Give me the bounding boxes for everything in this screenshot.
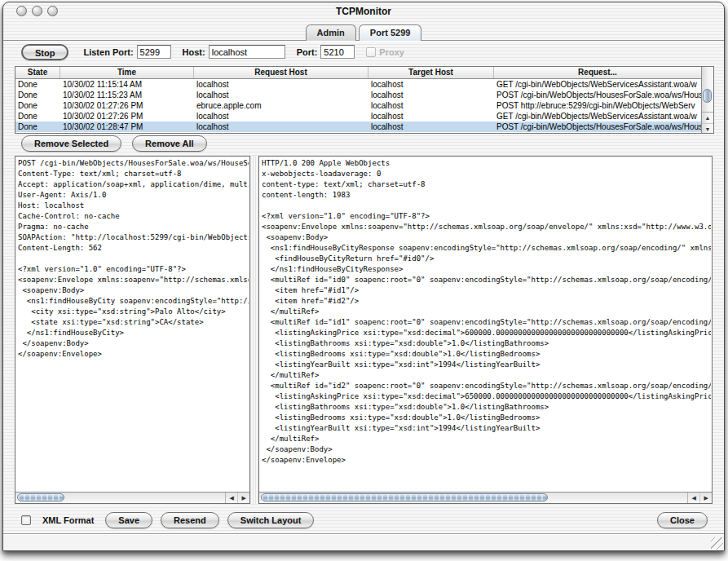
port-field[interactable]: [320, 45, 355, 59]
tab-bar: Admin Port 5299: [3, 20, 724, 41]
titlebar[interactable]: TCPMonitor: [3, 2, 724, 20]
status-strip: [3, 533, 724, 550]
window-minimize-button[interactable]: [32, 6, 42, 16]
column-header-target-host[interactable]: Target Host: [368, 67, 494, 78]
tab-port-5299[interactable]: Port 5299: [359, 24, 422, 41]
table-row[interactable]: Done 10/30/02 01:27:26 PM ebruce.apple.c…: [15, 100, 701, 111]
scrollbar-thumb[interactable]: [261, 493, 548, 501]
table-vertical-scrollbar[interactable]: ▲ ▼: [701, 67, 713, 133]
proxy-label: Proxy: [379, 47, 404, 57]
table-row[interactable]: Done 10/30/02 11:15:23 AM localhost loca…: [15, 90, 701, 100]
host-label: Host:: [183, 47, 205, 57]
listen-port-label: Listen Port:: [83, 47, 133, 57]
request-pane: POST /cgi-bin/WebObjects/HousesForSale.w…: [15, 156, 250, 504]
pane-splitter[interactable]: [250, 156, 258, 504]
window-zoom-button[interactable]: [47, 6, 58, 16]
listen-port-field[interactable]: [137, 45, 171, 59]
scrollbar-thumb[interactable]: [17, 493, 64, 501]
scroll-left-icon[interactable]: ◀: [226, 493, 237, 503]
request-horizontal-scrollbar[interactable]: ◀ ▶: [15, 492, 249, 503]
table-row-selected[interactable]: Done 10/30/02 01:28:47 PM localhost loca…: [15, 121, 701, 132]
close-button[interactable]: Close: [657, 512, 708, 528]
resize-grip-icon[interactable]: [711, 537, 723, 550]
table-header: State Time Request Host Target Host Requ…: [15, 67, 701, 79]
proxy-checkbox[interactable]: [366, 47, 376, 57]
scroll-right-icon[interactable]: ▶: [237, 493, 249, 503]
scroll-down-icon[interactable]: ▼: [702, 123, 713, 134]
response-horizontal-scrollbar[interactable]: ◀ ▶: [259, 492, 712, 503]
stop-button[interactable]: Stop: [21, 44, 68, 60]
host-field[interactable]: [209, 45, 285, 59]
scrollbar-thumb[interactable]: [703, 89, 712, 103]
request-text[interactable]: POST /cgi-bin/WebObjects/HousesForSale.w…: [18, 158, 249, 490]
resend-button[interactable]: Resend: [161, 512, 219, 528]
table-row[interactable]: Done 10/30/02 01:27:26 PM localhost loca…: [15, 111, 701, 121]
remove-selected-button[interactable]: Remove Selected: [21, 135, 121, 152]
scroll-right-icon[interactable]: ▶: [699, 493, 712, 503]
scroll-up-icon[interactable]: ▲: [702, 113, 713, 123]
response-text[interactable]: HTTP/1.0 200 Apple WebObjects x-webobjec…: [262, 158, 711, 490]
message-panes: POST /cgi-bin/WebObjects/HousesForSale.w…: [15, 156, 713, 504]
column-header-request[interactable]: Request...: [494, 67, 701, 78]
switch-layout-button[interactable]: Switch Layout: [227, 512, 315, 528]
tcpmonitor-window: TCPMonitor Admin Port 5299 Stop Listen P…: [2, 2, 725, 551]
connection-controls: Stop Listen Port: Host: Port: Proxy: [21, 42, 711, 62]
column-header-time[interactable]: Time: [60, 67, 194, 78]
xml-format-label: XML Format: [42, 515, 94, 525]
port-label: Port:: [297, 47, 318, 57]
column-header-request-host[interactable]: Request Host: [194, 67, 368, 78]
table-row[interactable]: Done 10/30/02 11:15:14 AM localhost loca…: [15, 79, 701, 90]
tab-admin[interactable]: Admin: [306, 24, 356, 41]
remove-all-button[interactable]: Remove All: [132, 135, 207, 152]
requests-table: State Time Request Host Target Host Requ…: [15, 66, 714, 134]
footer-actions: XML Format Save Resend Switch Layout Clo…: [21, 510, 708, 530]
remove-actions: Remove Selected Remove All: [21, 135, 207, 152]
column-header-state[interactable]: State: [15, 67, 60, 78]
save-button[interactable]: Save: [105, 512, 152, 528]
scroll-left-icon[interactable]: ◀: [688, 493, 699, 503]
window-title: TCPMonitor: [3, 2, 724, 20]
xml-format-checkbox[interactable]: [21, 515, 31, 525]
response-pane: HTTP/1.0 200 Apple WebObjects x-webobjec…: [258, 156, 713, 504]
window-close-button[interactable]: [16, 6, 27, 16]
